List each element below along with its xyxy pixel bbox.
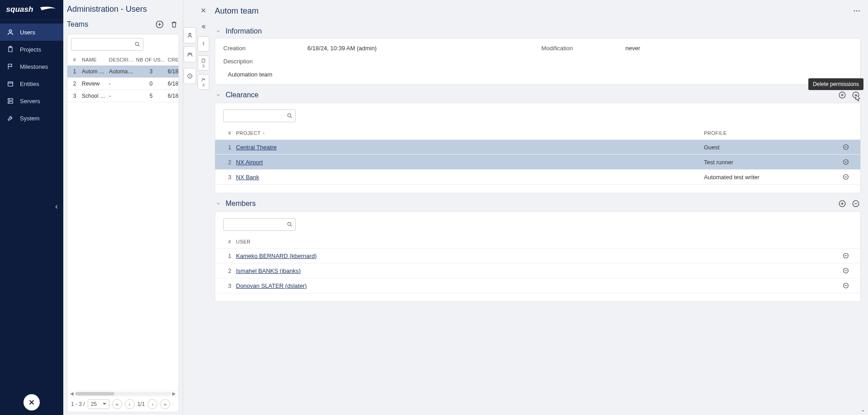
next-page-button[interactable]: › — [147, 399, 157, 409]
modification-label: Modification — [542, 45, 618, 52]
scroll-right-icon[interactable]: ▶ — [171, 391, 177, 396]
close-detail-button[interactable] — [198, 5, 209, 16]
svg-point-18 — [204, 79, 205, 80]
collapse-nav-button[interactable] — [0, 200, 63, 214]
remove-row-button[interactable] — [840, 282, 852, 289]
clearance-search-input[interactable] — [223, 110, 296, 122]
scroll-more-icon[interactable] — [860, 408, 866, 414]
col-num[interactable]: # — [223, 239, 236, 244]
col-profile[interactable]: PROFILE — [704, 130, 840, 136]
history-tab[interactable] — [184, 68, 196, 84]
nav-label: Milestones — [20, 63, 48, 70]
member-row[interactable]: 2 Ismahel BANKS (ibanks) — [215, 263, 860, 278]
svg-point-12 — [188, 53, 190, 55]
col-project[interactable]: PROJECT↑ — [236, 130, 704, 136]
clearance-row[interactable]: 1 Central Theatre Guest — [215, 140, 860, 155]
members-table: # USER 1 Kameko BERNARD (kbernard) — [215, 235, 860, 293]
svg-point-1 — [9, 30, 11, 32]
list-side-tabs — [183, 0, 197, 415]
team-row[interactable]: 2 Review - 0 6/18 — [67, 78, 179, 90]
creation-value: 6/18/24, 10:39 AM (admin) — [307, 45, 534, 52]
remove-row-button[interactable] — [840, 252, 852, 259]
svg-point-15 — [203, 43, 203, 43]
description-label: Description — [223, 58, 852, 65]
member-row[interactable]: 3 Donovan SLATER (dslater) — [215, 278, 860, 293]
nav-milestones[interactable]: Milestones — [0, 58, 63, 75]
page-title: Administration - Users — [67, 5, 179, 14]
clearance-tab[interactable]: 3 — [198, 55, 209, 71]
clearance-row[interactable]: 2 NX Airport Test runner — [215, 155, 860, 170]
teams-search-input[interactable] — [71, 38, 143, 51]
svg-point-17 — [202, 78, 203, 80]
section-title: Information — [226, 27, 262, 35]
detail-title: Autom team — [215, 6, 259, 16]
server-icon — [6, 97, 14, 105]
col-num[interactable]: # — [223, 130, 236, 136]
collapse-strip-button[interactable] — [198, 21, 209, 33]
remove-row-button[interactable] — [840, 158, 852, 166]
clipboard-icon — [6, 45, 14, 53]
svg-point-7 — [9, 99, 9, 100]
page-indicator: 1/1 — [137, 401, 145, 407]
last-page-button[interactable]: » — [160, 399, 170, 409]
add-member-button[interactable] — [837, 199, 847, 209]
delete-clearance-button[interactable] — [851, 90, 861, 100]
team-row[interactable]: 1 Autom … Automa… 3 6/18 — [67, 66, 179, 78]
remove-row-button[interactable] — [840, 173, 852, 181]
nav-servers[interactable]: Servers — [0, 92, 63, 110]
prev-page-button[interactable]: ‹ — [125, 399, 135, 409]
page-size-select[interactable]: 25 — [88, 399, 109, 409]
col-name[interactable]: NAME — [82, 57, 109, 62]
members-section: Members — [215, 196, 861, 302]
user-link[interactable]: Kameko BERNARD (kbernard) — [236, 253, 316, 259]
description-value: Automation team — [223, 71, 852, 78]
user-link[interactable]: Donovan SLATER (dslater) — [236, 282, 307, 289]
project-link[interactable]: NX Bank — [236, 174, 259, 181]
add-clearance-button[interactable] — [837, 90, 847, 100]
col-desc[interactable]: DESCRIP… — [109, 57, 136, 62]
chevron-down-icon[interactable] — [215, 29, 222, 34]
close-admin-button[interactable] — [24, 394, 40, 410]
scroll-thumb[interactable] — [75, 392, 114, 396]
user-link[interactable]: Ismahel BANKS (ibanks) — [236, 267, 301, 274]
svg-text:squash: squash — [6, 5, 33, 14]
col-user[interactable]: USER — [236, 239, 840, 244]
nav-label: Projects — [20, 46, 41, 53]
horizontal-scrollbar[interactable]: ◀ ▶ — [67, 391, 179, 396]
teams-list-panel: Administration - Users Teams — [63, 0, 183, 415]
nav-users[interactable]: Users — [0, 24, 63, 41]
delete-member-button[interactable] — [851, 199, 861, 209]
col-num[interactable]: # — [69, 57, 82, 62]
add-team-button[interactable] — [155, 19, 165, 29]
first-page-button[interactable]: « — [112, 399, 122, 409]
col-users[interactable]: NB OF USERS — [136, 57, 168, 62]
team-row[interactable]: 3 School … - 5 6/18 — [67, 90, 179, 102]
delete-team-button[interactable] — [169, 19, 179, 29]
info-tab[interactable] — [198, 36, 209, 52]
members-tab[interactable]: 3 — [198, 74, 209, 90]
detail-menu-button[interactable] — [853, 7, 861, 15]
chevron-down-icon[interactable] — [215, 92, 222, 98]
nav-entities[interactable]: Entities — [0, 75, 63, 92]
teams-table: # NAME DESCRIP… NB OF USERS CREAT 1 Auto… — [67, 54, 179, 102]
svg-point-11 — [189, 33, 191, 35]
clearance-section: Clearance Delete permissions — [215, 87, 861, 193]
remove-row-button[interactable] — [840, 143, 852, 151]
member-row[interactable]: 1 Kameko BERNARD (kbernard) — [215, 248, 860, 263]
svg-point-20 — [856, 10, 858, 12]
clearance-row[interactable]: 3 NX Bank Automated test writer — [215, 170, 860, 185]
pagination: 1 - 3 / 25 « ‹ 1/1 › » — [67, 396, 179, 412]
members-search-input[interactable] — [223, 218, 296, 231]
col-created[interactable]: CREAT — [168, 57, 179, 62]
teams-tab[interactable] — [184, 46, 196, 62]
main-nav: squash Users Projects Milest — [0, 0, 63, 415]
users-tab[interactable] — [184, 27, 196, 43]
project-link[interactable]: NX Airport — [236, 159, 263, 166]
nav-projects[interactable]: Projects — [0, 41, 63, 58]
project-link[interactable]: Central Theatre — [236, 144, 277, 151]
scroll-left-icon[interactable]: ◀ — [69, 391, 75, 396]
chevron-down-icon[interactable] — [215, 201, 222, 206]
nav-system[interactable]: System — [0, 110, 63, 127]
section-title: Members — [226, 200, 256, 208]
remove-row-button[interactable] — [840, 267, 852, 274]
